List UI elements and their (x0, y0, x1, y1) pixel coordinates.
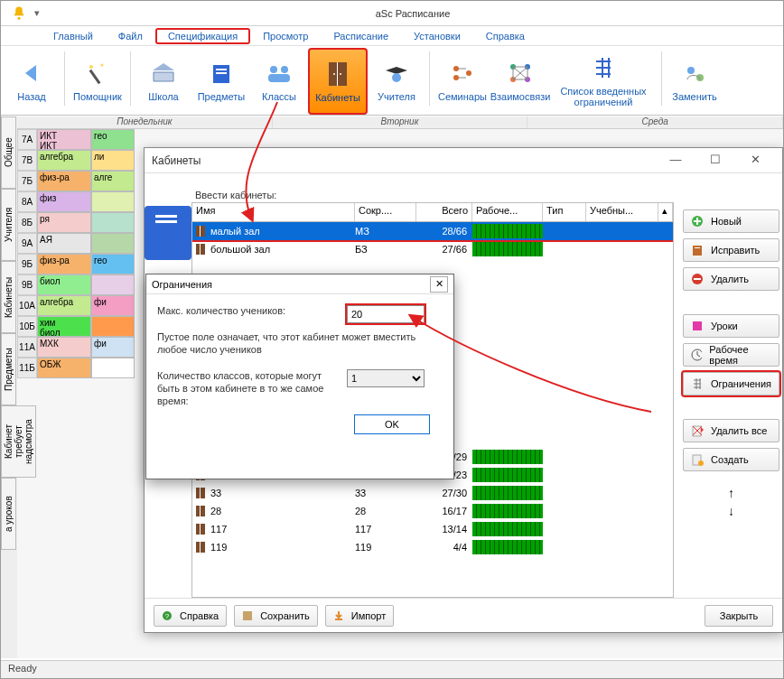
svg-point-3 (101, 64, 104, 67)
menu-schedule[interactable]: Расписание (321, 28, 401, 44)
svg-rect-42 (695, 247, 700, 248)
svg-point-17 (466, 70, 471, 76)
svg-rect-52 (243, 611, 252, 620)
svg-rect-45 (693, 321, 702, 330)
vertical-tab[interactable]: а уроков (1, 478, 16, 550)
max-students-input[interactable] (347, 305, 425, 323)
empty-note: Пустое поле означает, что этот кабинет м… (157, 330, 443, 357)
maximize-button[interactable]: ☐ (695, 149, 735, 172)
ribbon-seminars[interactable]: Семинары (434, 48, 491, 113)
help-button[interactable]: ?Справка (154, 605, 227, 627)
table-header: Имя Сокр.... Всего Рабоче... Тип Учебны.… (191, 202, 674, 222)
svg-rect-6 (216, 72, 227, 74)
svg-point-8 (281, 66, 288, 73)
svg-rect-53 (335, 619, 342, 620)
lessons-button[interactable]: Уроки (683, 314, 779, 338)
new-button[interactable]: Новый (683, 209, 779, 233)
ribbon-teachers[interactable]: Учителя (368, 48, 425, 113)
classes-label: Количество классов, которые могут быть в… (157, 369, 347, 408)
table-row[interactable]: малый залМЗ28/66 (192, 222, 673, 240)
menu-setup[interactable]: Установки (401, 28, 473, 44)
scroll-up-icon[interactable]: ▴ (658, 203, 673, 221)
svg-rect-9 (268, 74, 290, 82)
app-icon (6, 4, 32, 23)
table-row[interactable]: 1191194/4 (192, 538, 673, 556)
ok-button[interactable]: OK (354, 414, 430, 434)
schedule-row: 11БОБЖ (17, 358, 135, 378)
ribbon-links[interactable]: Взаимосвязи (491, 48, 549, 113)
constraints-dialog: Ограничения ✕ Макс. количество учеников:… (145, 274, 454, 479)
svg-rect-11 (337, 62, 338, 86)
move-down-icon[interactable]: ↓ (728, 504, 734, 518)
vertical-tab[interactable]: Предметы (1, 333, 16, 405)
svg-rect-41 (693, 246, 702, 256)
create-button[interactable]: Создать (683, 448, 779, 471)
ribbon-replace[interactable]: Заменить (666, 48, 723, 113)
ribbon-classes[interactable]: Классы (250, 48, 308, 113)
classes-select[interactable]: 1 (347, 369, 425, 387)
svg-point-12 (333, 73, 335, 75)
constraints-button[interactable]: Ограничения (683, 372, 779, 395)
ribbon-subjects[interactable]: Предметы (192, 48, 250, 113)
day-header: Среда (527, 116, 783, 128)
menu-view[interactable]: Просмотр (250, 28, 321, 44)
day-header: Вторник (273, 116, 528, 128)
close-button[interactable]: ✕ (735, 149, 775, 172)
schedule-row: 9ААЯ (17, 233, 135, 254)
vertical-tab[interactable]: Кабинет требует надсмотра (1, 405, 36, 478)
schedule-row: 7Валгебрали (17, 150, 135, 171)
schedule-row: 8Афиз (17, 191, 135, 212)
close-dialog-button[interactable]: Закрыть (705, 605, 773, 627)
constraints-dialog-title: Ограничения (152, 279, 430, 290)
table-row[interactable]: 282816/17 (192, 502, 673, 520)
svg-point-49 (698, 460, 704, 466)
menu-help[interactable]: Справка (473, 28, 537, 44)
svg-point-16 (453, 75, 459, 80)
schedule-row: 11АМХКфи (17, 337, 135, 358)
svg-point-14 (392, 73, 401, 82)
table-row[interactable]: 11711713/14 (192, 520, 673, 538)
deleteall-button[interactable]: Удалить все (683, 419, 779, 442)
vertical-tab[interactable]: Учителя (1, 189, 16, 261)
svg-rect-39 (200, 542, 201, 553)
minimize-button[interactable]: — (656, 149, 695, 172)
day-header: Понедельник (17, 116, 273, 128)
table-row[interactable]: 333327/30 (192, 484, 673, 502)
svg-rect-44 (694, 278, 701, 280)
svg-point-7 (270, 66, 277, 73)
ribbon-wizard[interactable]: Помощник (69, 48, 126, 113)
import-button[interactable]: Импорт (325, 605, 394, 627)
ribbon-constraints[interactable]: Список введенных ограничений (549, 48, 658, 113)
worktime-button[interactable]: Рабочее время (683, 343, 779, 367)
vertical-tab[interactable]: Общее (1, 116, 16, 189)
quick-dropdown-icon[interactable]: ▾ (32, 7, 42, 19)
svg-rect-1 (89, 70, 101, 84)
svg-rect-25 (200, 226, 201, 237)
svg-rect-33 (200, 488, 201, 498)
svg-point-13 (340, 73, 341, 75)
table-row[interactable]: большой залБЗ27/66 (192, 240, 673, 258)
delete-button[interactable]: Удалить (683, 267, 779, 291)
ribbon-back[interactable]: Назад (3, 48, 61, 113)
ribbon-cabinets[interactable]: Кабинеты (308, 48, 368, 115)
move-up-icon[interactable]: ↑ (728, 486, 734, 500)
vertical-tab[interactable]: Кабинеты (1, 261, 16, 333)
schedule-row: 9Бфиз-рагео (17, 254, 135, 274)
save-button[interactable]: Сохранить (234, 605, 318, 627)
menu-home[interactable]: Главный (41, 28, 106, 44)
cabinets-icon (145, 206, 191, 260)
title-bar: ▾ aSc Расписание (1, 1, 783, 26)
svg-text:?: ? (165, 612, 170, 620)
constraints-close-button[interactable]: ✕ (430, 276, 448, 293)
schedule-row: 8Бря (17, 212, 135, 233)
status-bar: Ready (1, 660, 783, 678)
menu-file[interactable]: Файл (106, 28, 155, 44)
menu-specification[interactable]: Спецификация (155, 28, 250, 44)
svg-rect-27 (200, 244, 201, 255)
ribbon-school[interactable]: Школа (135, 48, 192, 113)
svg-rect-5 (216, 69, 227, 70)
svg-point-23 (696, 74, 704, 81)
menu-bar: Главный Файл Спецификация Просмотр Распи… (1, 26, 783, 46)
app-title: aSc Расписание (42, 8, 783, 19)
edit-button[interactable]: Исправить (683, 238, 779, 262)
